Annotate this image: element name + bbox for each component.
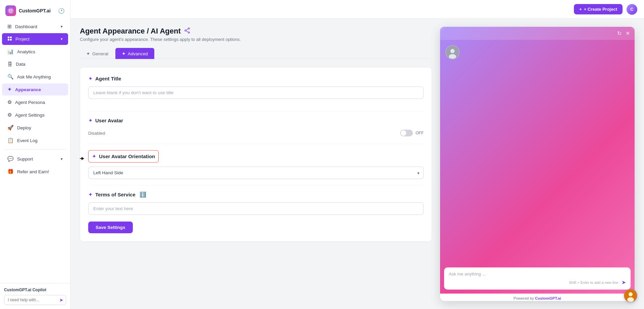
sidebar-item-ask-me-anything[interactable]: 🔍 Ask Me Anything: [2, 71, 68, 83]
page-title-row: Agent Appearance / AI Agent: [80, 27, 432, 36]
agent-title-input[interactable]: [88, 86, 424, 99]
sidebar-item-appearance[interactable]: ✦ Appearance: [2, 83, 68, 96]
sidebar-item-event-log[interactable]: 📋 Event Log: [2, 134, 68, 146]
event-log-icon: 📋: [7, 137, 14, 143]
svg-point-2: [11, 9, 12, 11]
terms-input[interactable]: [88, 202, 424, 215]
svg-point-16: [629, 292, 633, 296]
sidebar-item-project[interactable]: Project ▾: [2, 33, 68, 45]
svg-point-9: [188, 32, 190, 33]
svg-rect-6: [10, 39, 12, 41]
tab-bar: ✦ General ✦ Advanced: [80, 48, 432, 59]
advanced-tab-icon: ✦: [122, 51, 126, 56]
chevron-down-icon: ▾: [61, 24, 63, 29]
agent-title-label: Agent Title: [95, 76, 121, 81]
tab-general-label: General: [92, 51, 108, 56]
sidebar-item-agent-persona[interactable]: ⚙ Agent Persona: [2, 96, 68, 108]
sidebar-logo: CustomGPT.ai 🕐: [0, 0, 70, 20]
create-project-label: + Create Project: [584, 7, 617, 12]
search-icon: 🔍: [7, 74, 14, 80]
chat-input-area: Ask me anything ... Shift + Enter to add…: [444, 267, 631, 290]
svg-line-10: [186, 29, 188, 30]
right-panel: ↻ ✕ Ask: [440, 27, 635, 301]
agent-persona-icon: ⚙: [7, 99, 12, 105]
refresh-icon[interactable]: ↻: [617, 30, 622, 37]
tab-general[interactable]: ✦ General: [80, 48, 115, 59]
svg-point-8: [185, 30, 186, 31]
sidebar-item-support[interactable]: 💬 Support ▾: [2, 153, 68, 165]
toggle-off-label: OFF: [416, 131, 424, 135]
svg-point-0: [8, 8, 14, 14]
svg-rect-4: [10, 37, 12, 38]
settings-card: ✦ Agent Title ✦ User Avatar Disabled: [80, 67, 432, 242]
chat-hint: Shift + Enter to add a new line: [569, 281, 618, 285]
appearance-icon: ✦: [7, 86, 12, 92]
sidebar-item-label: Agent Persona: [15, 100, 45, 105]
save-settings-button[interactable]: Save Settings: [88, 222, 133, 233]
orientation-select[interactable]: Left Hand Side Right Hand Side: [88, 167, 424, 179]
user-avatar-label: User Avatar: [95, 118, 123, 123]
close-icon[interactable]: ✕: [626, 30, 630, 37]
sidebar-item-label: Agent Settings: [15, 113, 45, 118]
divider: [88, 144, 424, 144]
chat-send-icon[interactable]: ➤: [622, 279, 626, 286]
bottom-right-avatar[interactable]: [624, 289, 637, 302]
agent-title-section-header: ✦ Agent Title: [88, 75, 424, 82]
analytics-icon: 📊: [7, 49, 14, 55]
chat-input-placeholder[interactable]: Ask me anything ...: [449, 271, 626, 276]
sidebar-item-dashboard[interactable]: ⊞ Dashboard ▾: [2, 20, 68, 33]
logo-icon: [5, 5, 16, 16]
terms-section-header: ✦ Terms of Service ℹ️: [88, 191, 424, 198]
agent-settings-icon: ⚙: [7, 112, 12, 118]
general-tab-icon: ✦: [86, 51, 90, 56]
bell-icon[interactable]: 🕐: [58, 8, 65, 14]
sidebar-item-deploy[interactable]: 🚀 Deploy: [2, 122, 68, 134]
logo-text: CustomGPT.ai: [19, 8, 51, 13]
sidebar-item-refer[interactable]: 🎁 Refer and Earn!: [2, 166, 68, 178]
svg-line-11: [186, 31, 188, 32]
topbar-avatar[interactable]: C: [627, 4, 637, 15]
left-panel: Agent Appearance / AI Agent Configure yo…: [80, 27, 432, 301]
sidebar-item-label: Appearance: [15, 87, 41, 92]
copilot-input[interactable]: [8, 298, 58, 302]
chevron-down-icon: ▾: [61, 157, 63, 161]
sidebar-item-label: Dashboard: [15, 24, 37, 29]
share-icon[interactable]: [184, 27, 190, 35]
refer-icon: 🎁: [7, 169, 14, 175]
sidebar: CustomGPT.ai 🕐 ⊞ Dashboard ▾ Project ▾ 📊…: [0, 0, 70, 309]
user-avatar-orientation-label: User Avatar Orientation: [99, 153, 155, 159]
user-avatar-orientation-section-header: ✦ User Avatar Orientation: [88, 150, 159, 163]
user-avatar-orientation-wrapper: ✦ User Avatar Orientation: [88, 150, 424, 167]
copilot-input-wrap: ➤: [4, 295, 66, 305]
chat-body: [440, 40, 635, 263]
svg-point-1: [9, 9, 10, 11]
arrow-indicator: [80, 157, 84, 160]
tab-advanced[interactable]: ✦ Advanced: [115, 48, 154, 59]
support-icon: 💬: [7, 156, 14, 162]
sidebar-item-label: Project: [15, 37, 30, 42]
dashboard-icon: ⊞: [7, 23, 12, 29]
sidebar-item-label: Deploy: [17, 125, 31, 130]
create-project-button[interactable]: + + Create Project: [574, 4, 623, 14]
user-avatar-toggle-label: Disabled: [88, 131, 105, 136]
send-icon[interactable]: ➤: [59, 297, 63, 303]
sidebar-item-label: Data: [16, 62, 25, 67]
page-subtitle: Configure your agent's appearance. These…: [80, 37, 432, 42]
copilot-section: CustomGPT.ai Copilot ➤: [0, 283, 70, 309]
sidebar-item-analytics[interactable]: 📊 Analytics: [2, 46, 68, 58]
main-content: + + Create Project C Agent Appearance / …: [70, 0, 644, 309]
sidebar-item-label: Support: [17, 157, 33, 162]
sidebar-item-agent-settings[interactable]: ⚙ Agent Settings: [2, 109, 68, 121]
sidebar-item-label: Ask Me Anything: [17, 74, 51, 79]
user-avatar-toggle[interactable]: [400, 130, 413, 136]
sidebar-item-data[interactable]: 🗄 Data: [2, 58, 68, 70]
svg-point-13: [450, 49, 455, 53]
page-title: Agent Appearance / AI Agent: [80, 27, 181, 36]
chat-user-avatar: [445, 45, 460, 59]
sidebar-item-label: Refer and Earn!: [17, 169, 49, 174]
data-icon: 🗄: [7, 61, 12, 67]
topbar: + + Create Project C: [70, 0, 644, 19]
toggle-right: OFF: [400, 130, 424, 136]
orientation-select-wrap: Left Hand Side Right Hand Side ▾: [88, 167, 424, 179]
powered-by-text: Powered by: [514, 296, 535, 300]
